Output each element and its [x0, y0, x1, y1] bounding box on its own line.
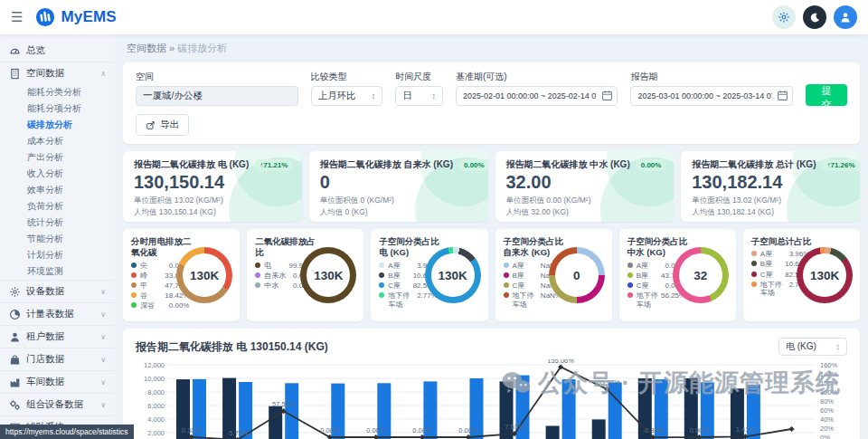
sidebar-subitem-统计分析[interactable]: 统计分析	[0, 215, 115, 231]
kpi-per-capita: 人均值 130,182.14 (KG)	[692, 206, 849, 218]
legend-dot-icon	[379, 282, 384, 288]
time-scale-select[interactable]: 日↕	[395, 86, 443, 106]
kpi-title: 报告期二氧化碳排放 自来水 (KG)	[320, 158, 453, 171]
legend-name: 谷	[140, 291, 147, 301]
svg-text:160%: 160%	[820, 361, 838, 369]
legend-dot-icon	[627, 262, 633, 268]
energy-type-select[interactable]: 电 (KG)↕	[778, 338, 847, 356]
sidebar-item-label: 设备数据	[26, 285, 64, 298]
sidebar-item-store-data[interactable]: 门店数据∨	[0, 348, 115, 370]
legend-name: A座	[760, 250, 772, 259]
submit-button[interactable]: 提交	[806, 84, 847, 106]
svg-text:0.00%: 0.00%	[458, 426, 478, 434]
sidebar-subitem-碳排放分析[interactable]: 碳排放分析	[0, 117, 115, 133]
sidebar-item-label: 总览	[26, 44, 45, 57]
donut-ring: 130K	[425, 247, 481, 303]
legend-name: 峰	[140, 272, 147, 281]
sidebar-item-overview[interactable]: 总览	[0, 40, 115, 62]
sidebar-item-label: 计量表数据	[26, 308, 74, 320]
legend-name: A座	[513, 262, 524, 271]
sidebar-subitem-能耗分类分析[interactable]: 能耗分类分析	[0, 84, 115, 100]
brand-logo[interactable]: MyEMS	[35, 7, 116, 27]
legend-dot-icon	[751, 261, 757, 266]
svg-text:20%: 20%	[820, 425, 834, 433]
kpi-change-badge: 0.00%	[458, 159, 488, 171]
legend-dot-icon	[131, 302, 137, 308]
sidebar-item-space-data[interactable]: 空间数据∧	[0, 62, 115, 84]
kpi-change-badge: ↑71.26%	[821, 159, 860, 171]
kpi-value: 32.00	[506, 172, 664, 193]
space-label: 空间	[136, 71, 298, 83]
compare-type-select[interactable]: 上月环比↕	[311, 86, 383, 106]
legend-dot-icon	[255, 272, 260, 278]
select-arrows-icon: ↕	[372, 91, 376, 100]
export-button[interactable]: 导出	[136, 114, 189, 136]
chevron-down-icon: ∨	[100, 378, 106, 387]
legend-name: A座	[388, 262, 400, 271]
sidebar-item-meter-data[interactable]: 计量表数据∨	[0, 302, 115, 325]
sidebar-subitem-产出分析[interactable]: 产出分析	[0, 149, 115, 166]
status-url-bar: https://myems.cloud/space/statistics	[0, 425, 134, 439]
sidebar-subitem-负荷分析[interactable]: 负荷分析	[0, 198, 115, 215]
kpi-title: 报告期二氧化碳排放 电 (KG)	[134, 158, 249, 171]
sidebar-item-tenant-data[interactable]: 租户数据∨	[0, 325, 115, 348]
legend-dot-icon	[131, 282, 137, 288]
svg-text:100%: 100%	[820, 388, 838, 396]
svg-text:2,000: 2,000	[147, 429, 165, 437]
sidebar-subitem-环境监测[interactable]: 环境监测	[0, 263, 115, 280]
sidebar-item-combined-equipment-data[interactable]: 组合设备数据∨	[0, 393, 115, 415]
theme-toggle-button[interactable]	[803, 5, 826, 29]
sidebar-subitem-效率分析[interactable]: 效率分析	[0, 182, 115, 198]
report-period-input[interactable]	[630, 86, 793, 106]
legend-name: C座	[513, 282, 525, 291]
legend-dot-icon	[379, 272, 384, 278]
sidebar-item-equipment-data[interactable]: 设备数据∨	[0, 280, 115, 302]
report-period-label: 报告期	[630, 71, 793, 83]
sidebar-subitem-能耗分项分析[interactable]: 能耗分项分析	[0, 100, 115, 117]
select-arrows-icon: ↕	[431, 91, 436, 100]
space-input[interactable]	[136, 86, 298, 106]
svg-text:0.00%: 0.00%	[366, 426, 386, 434]
donut-ring: 130K	[176, 247, 232, 303]
chart-plot: 12,00010,0008,0006,0004,0002,0000160%140…	[136, 359, 847, 439]
base-period-input[interactable]	[456, 86, 618, 106]
legend-dot-icon	[255, 282, 260, 288]
meter-icon	[9, 309, 21, 320]
sidebar-subitem-计划分析[interactable]: 计划分析	[0, 247, 115, 263]
svg-text:105.97%: 105.97%	[593, 378, 620, 387]
legend-name: 地下停车场	[637, 291, 658, 309]
sidebar-item-label: 组合设备数据	[26, 398, 83, 411]
kpi-title: 报告期二氧化碳排放 总计 (KG)	[692, 158, 816, 171]
base-period-label: 基准期(可选)	[456, 71, 618, 83]
sidebar-subitem-节能分析[interactable]: 节能分析	[0, 231, 115, 247]
legend-name: B座	[760, 260, 772, 269]
svg-text:0%: 0%	[820, 434, 830, 439]
svg-text:4,000: 4,000	[147, 415, 165, 424]
donut-card-title: 子空间总计占比	[751, 236, 812, 247]
bag-icon	[9, 354, 21, 366]
kpi-per-area: 单位面积值 13.02 (KG/M²)	[692, 195, 849, 206]
chevron-down-icon: ∨	[100, 288, 106, 296]
sidebar-item-shopfloor-data[interactable]: 车间数据∨	[0, 370, 115, 393]
svg-text:0.00%: 0.00%	[690, 426, 710, 434]
sidebar-subitem-成本分析[interactable]: 成本分析	[0, 133, 115, 149]
legend-dot-icon	[751, 272, 757, 277]
kpi-card: 报告期二氧化碳排放 中水 (KG)0.00%32.00单位面积值 0.00 (K…	[495, 151, 675, 222]
legend-name: C座	[388, 282, 401, 291]
hamburger-menu-icon[interactable]: ☰	[11, 9, 23, 25]
sidebar-item-label: 空间数据	[26, 67, 64, 80]
gear-icon	[9, 286, 21, 298]
breadcrumb-parent[interactable]: 空间数据	[127, 43, 166, 53]
sidebar-item-label: 门店数据	[26, 353, 64, 366]
legend-dot-icon	[504, 282, 509, 288]
legend-name: 尖	[140, 262, 147, 271]
donut-card: 子空间分类占比 电 (KG)A座3.96%B座10.68%C座82.59%地下停…	[371, 229, 487, 321]
legend-dot-icon	[751, 282, 757, 287]
sidebar-subitem-收入分析[interactable]: 收入分析	[0, 166, 115, 182]
legend-name: B座	[637, 272, 648, 281]
svg-text:60%: 60%	[820, 406, 834, 415]
compare-type-label: 比较类型	[311, 71, 383, 83]
settings-button[interactable]	[772, 5, 796, 29]
user-avatar[interactable]	[834, 5, 857, 29]
legend-name: A座	[637, 262, 648, 271]
